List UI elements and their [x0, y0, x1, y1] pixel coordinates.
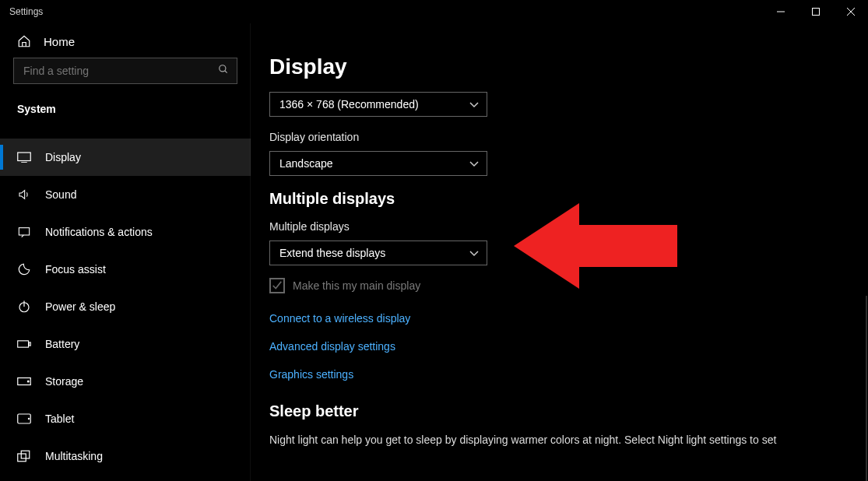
focus-assist-icon [17, 262, 31, 276]
multiple-displays-heading: Multiple displays [269, 190, 868, 208]
sidebar-item-label: Display [45, 151, 81, 163]
resolution-dropdown[interactable]: 1366 × 768 (Recommended) [269, 92, 487, 117]
sidebar-item-power-sleep[interactable]: Power & sleep [0, 288, 251, 325]
tablet-icon [17, 413, 31, 424]
chevron-down-icon [469, 247, 479, 259]
svg-rect-8 [19, 228, 29, 235]
sound-icon [17, 188, 31, 201]
title-bar: Settings [0, 0, 868, 23]
svg-point-14 [27, 381, 29, 382]
maximize-button[interactable] [798, 0, 833, 23]
sidebar-item-storage[interactable]: Storage [0, 363, 251, 400]
orientation-dropdown[interactable]: Landscape [269, 151, 487, 176]
power-icon [17, 300, 31, 314]
sidebar-item-focus-assist[interactable]: Focus assist [0, 251, 251, 288]
graphics-settings-link[interactable]: Graphics settings [269, 368, 868, 381]
window-title: Settings [9, 6, 43, 17]
svg-rect-12 [29, 342, 30, 346]
content-area: Display 1366 × 768 (Recommended) Display… [251, 23, 868, 481]
sidebar-item-label: Notifications & actions [45, 226, 153, 238]
sidebar-item-label: Sound [45, 188, 76, 201]
category-header: System [0, 98, 251, 128]
sidebar-item-label: Power & sleep [45, 300, 115, 313]
window-controls [763, 0, 868, 23]
storage-icon [17, 377, 31, 386]
minimize-button[interactable] [763, 0, 798, 23]
sidebar-item-label: Battery [45, 338, 79, 350]
notifications-icon [17, 226, 31, 238]
sidebar-item-display[interactable]: Display [0, 139, 251, 176]
orientation-label: Display orientation [269, 131, 868, 143]
sidebar: Home System Display Sound [0, 23, 251, 481]
multiple-displays-value: Extend these displays [279, 247, 385, 259]
svg-point-16 [28, 418, 29, 419]
sidebar-item-tablet[interactable]: Tablet [0, 400, 251, 437]
chevron-down-icon [469, 98, 479, 111]
sidebar-item-label: Focus assist [45, 263, 106, 276]
svg-rect-17 [18, 454, 26, 462]
sidebar-item-label: Storage [45, 375, 83, 388]
battery-icon [17, 339, 31, 349]
multiple-displays-label: Multiple displays [269, 220, 868, 233]
search-icon [218, 64, 229, 78]
sidebar-item-sound[interactable]: Sound [0, 176, 251, 213]
home-icon [17, 34, 31, 48]
sidebar-item-notifications[interactable]: Notifications & actions [0, 213, 251, 251]
main-display-checkbox-label: Make this my main display [293, 279, 420, 292]
svg-line-5 [225, 71, 227, 73]
multitasking-icon [17, 450, 31, 462]
sidebar-item-multitasking[interactable]: Multitasking [0, 437, 251, 475]
orientation-value: Landscape [279, 157, 333, 170]
sidebar-item-label: Multitasking [45, 450, 103, 462]
close-button[interactable] [833, 0, 868, 23]
main-display-checkbox [269, 278, 285, 293]
sidebar-item-battery[interactable]: Battery [0, 325, 251, 363]
search-input[interactable] [23, 65, 218, 77]
multiple-displays-dropdown[interactable]: Extend these displays [269, 240, 487, 265]
scrollbar[interactable] [866, 296, 867, 481]
resolution-value: 1366 × 768 (Recommended) [279, 98, 419, 111]
svg-point-4 [220, 65, 226, 72]
sidebar-item-label: Tablet [45, 413, 74, 425]
sleep-better-text: Night light can help you get to sleep by… [269, 433, 868, 448]
search-box[interactable] [13, 58, 237, 84]
page-title: Display [269, 54, 868, 79]
svg-rect-6 [18, 153, 31, 161]
svg-rect-11 [18, 341, 29, 347]
nav-list: Display Sound Notifications & actions Fo… [0, 128, 251, 475]
home-nav[interactable]: Home [0, 23, 251, 58]
display-icon [17, 152, 31, 163]
home-label: Home [44, 35, 75, 48]
sleep-better-heading: Sleep better [269, 402, 868, 420]
connect-wireless-link[interactable]: Connect to a wireless display [269, 312, 868, 325]
svg-rect-1 [812, 9, 819, 16]
chevron-down-icon [469, 157, 479, 170]
svg-rect-18 [21, 451, 30, 458]
main-display-checkbox-row: Make this my main display [269, 278, 868, 293]
advanced-display-link[interactable]: Advanced display settings [269, 340, 868, 353]
